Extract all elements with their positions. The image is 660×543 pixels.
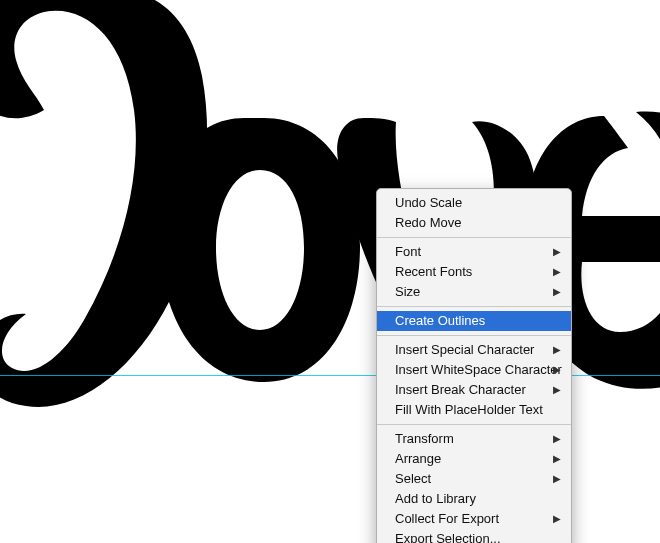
menu-item-label: Create Outlines: [395, 313, 485, 328]
menu-item-insert-special-character[interactable]: Insert Special Character▶: [377, 340, 571, 360]
menu-item-redo-move[interactable]: Redo Move: [377, 213, 571, 233]
menu-item-label: Add to Library: [395, 491, 476, 506]
menu-item-label: Insert Break Character: [395, 382, 526, 397]
menu-item-insert-break-character[interactable]: Insert Break Character▶: [377, 380, 571, 400]
chevron-right-icon: ▶: [553, 284, 561, 300]
menu-item-arrange[interactable]: Arrange▶: [377, 449, 571, 469]
menu-separator: [377, 335, 571, 336]
menu-item-recent-fonts[interactable]: Recent Fonts▶: [377, 262, 571, 282]
menu-item-select[interactable]: Select▶: [377, 469, 571, 489]
chevron-right-icon: ▶: [553, 362, 561, 378]
menu-item-label: Redo Move: [395, 215, 461, 230]
menu-item-label: Select: [395, 471, 431, 486]
design-canvas[interactable]: Undo ScaleRedo MoveFont▶Recent Fonts▶Siz…: [0, 0, 660, 543]
chevron-right-icon: ▶: [553, 511, 561, 527]
menu-item-create-outlines[interactable]: Create Outlines: [377, 311, 571, 331]
menu-item-label: Fill With PlaceHolder Text: [395, 402, 543, 417]
menu-item-label: Insert WhiteSpace Character: [395, 362, 562, 377]
menu-item-label: Export Selection...: [395, 531, 501, 543]
menu-item-transform[interactable]: Transform▶: [377, 429, 571, 449]
menu-item-label: Collect For Export: [395, 511, 499, 526]
menu-item-label: Undo Scale: [395, 195, 462, 210]
menu-separator: [377, 424, 571, 425]
chevron-right-icon: ▶: [553, 244, 561, 260]
chevron-right-icon: ▶: [553, 471, 561, 487]
menu-item-label: Arrange: [395, 451, 441, 466]
chevron-right-icon: ▶: [553, 382, 561, 398]
menu-item-undo-scale[interactable]: Undo Scale: [377, 193, 571, 213]
menu-item-label: Recent Fonts: [395, 264, 472, 279]
chevron-right-icon: ▶: [553, 342, 561, 358]
menu-item-label: Font: [395, 244, 421, 259]
menu-item-collect-for-export[interactable]: Collect For Export▶: [377, 509, 571, 529]
menu-item-label: Insert Special Character: [395, 342, 534, 357]
menu-item-label: Transform: [395, 431, 454, 446]
menu-separator: [377, 237, 571, 238]
menu-separator: [377, 306, 571, 307]
menu-item-insert-whitespace-character[interactable]: Insert WhiteSpace Character▶: [377, 360, 571, 380]
menu-item-font[interactable]: Font▶: [377, 242, 571, 262]
menu-item-export-selection[interactable]: Export Selection...: [377, 529, 571, 543]
menu-item-label: Size: [395, 284, 420, 299]
menu-item-fill-with-placeholder-text[interactable]: Fill With PlaceHolder Text: [377, 400, 571, 420]
chevron-right-icon: ▶: [553, 264, 561, 280]
menu-item-add-to-library[interactable]: Add to Library: [377, 489, 571, 509]
menu-item-size[interactable]: Size▶: [377, 282, 571, 302]
chevron-right-icon: ▶: [553, 431, 561, 447]
context-menu[interactable]: Undo ScaleRedo MoveFont▶Recent Fonts▶Siz…: [376, 188, 572, 543]
chevron-right-icon: ▶: [553, 451, 561, 467]
